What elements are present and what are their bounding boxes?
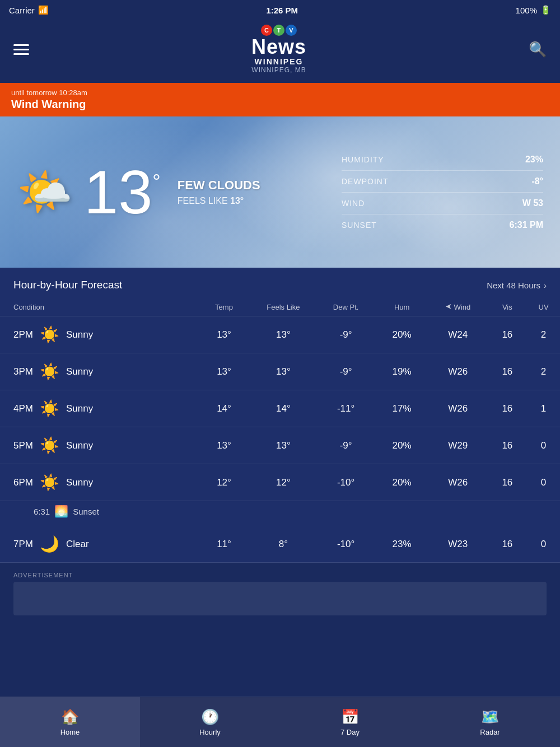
forecast-header: Hour-by-Hour Forecast Next 48 Hours › <box>0 268 560 298</box>
col-header-dew: Dew Pt. <box>316 298 376 316</box>
time-label: 3PM <box>13 366 33 377</box>
time-label: 6PM <box>13 477 33 488</box>
dew-cell: -10° <box>316 464 376 501</box>
hum-cell: 19% <box>376 353 428 390</box>
condition-cell: 4PM ☀️ Sunny <box>13 399 198 418</box>
condition-name: Sunny <box>66 477 93 488</box>
vis-cell: 16 <box>488 464 528 501</box>
city-label: WINNIPEG <box>255 57 304 66</box>
col-header-vis: Vis <box>488 298 528 316</box>
nav-item-7day[interactable]: 📅 7 Day <box>280 697 420 747</box>
ctv-logo: C T V <box>261 25 297 36</box>
condition-name: Sunny <box>66 366 93 377</box>
dew-cell: -11° <box>316 390 376 427</box>
hum-cell: 20% <box>376 427 428 464</box>
sunset-time: 6:31 <box>34 507 50 516</box>
sunset-info: 6:31 🌅 Sunset <box>0 505 560 518</box>
feels-cell: 14° <box>250 390 316 427</box>
uv-cell: 2 <box>527 316 560 353</box>
time-cell: 3PM ☀️ Sunny <box>0 353 198 390</box>
time-label: 7PM <box>13 539 33 550</box>
hum-cell: 23% <box>376 526 428 563</box>
ad-label: ADVERTISEMENT <box>13 572 547 578</box>
condition-name: Sunny <box>66 403 93 414</box>
wind-cell: W24 <box>428 316 488 353</box>
news-label: News <box>251 37 306 57</box>
warning-title: Wind Warning <box>11 98 549 111</box>
row-weather-icon: ☀️ <box>40 473 59 492</box>
time-cell: 6PM ☀️ Sunny <box>0 464 198 501</box>
time-cell: 2PM ☀️ Sunny <box>0 316 198 353</box>
table-row: 6PM ☀️ Sunny 12° 12° -10° 20% W26 16 0 <box>0 464 560 501</box>
condition-cell: 2PM ☀️ Sunny <box>13 325 198 344</box>
ctv-c-icon: C <box>261 25 272 36</box>
table-row: 7PM 🌙 Clear 11° 8° -10° 23% W23 16 0 <box>0 526 560 563</box>
sunset-label: Sunset <box>73 507 99 516</box>
row-weather-icon: ☀️ <box>40 362 59 381</box>
status-bar: Carrier 📶 1:26 PM 100% 🔋 <box>0 0 560 20</box>
chevron-right-icon: › <box>544 281 547 290</box>
dew-cell: -9° <box>316 316 376 353</box>
col-header-hum: Hum <box>376 298 428 316</box>
row-weather-icon: ☀️ <box>40 399 59 418</box>
sunset-cell: 6:31 🌅 Sunset <box>0 501 560 526</box>
time-label: 5PM <box>13 440 33 451</box>
status-time: 1:26 PM <box>266 6 298 15</box>
ad-placeholder <box>13 582 547 615</box>
hourly-icon: 🕐 <box>201 708 219 726</box>
condition-cell: 7PM 🌙 Clear <box>13 535 198 553</box>
forecast-title: Hour-by-Hour Forecast <box>13 279 122 291</box>
nav-item-radar[interactable]: 🗺️ Radar <box>420 697 560 747</box>
wind-cell: W29 <box>428 427 488 464</box>
dew-cell: -9° <box>316 353 376 390</box>
time-label: 4PM <box>13 403 33 414</box>
location-label: WINNIPEG, MB <box>251 66 306 74</box>
warning-banner[interactable]: until tomorrow 10:28am Wind Warning <box>0 83 560 116</box>
next-48-button[interactable]: Next 48 Hours › <box>487 281 547 290</box>
condition-cell: 3PM ☀️ Sunny <box>13 362 198 381</box>
status-battery: 100% 🔋 <box>516 5 551 15</box>
row-weather-icon: ☀️ <box>40 436 59 455</box>
row-weather-icon: 🌙 <box>40 535 59 553</box>
menu-button[interactable] <box>13 44 29 55</box>
condition-name: Sunny <box>66 329 93 340</box>
uv-cell: 0 <box>527 526 560 563</box>
col-header-wind: ➤ Wind <box>428 298 488 316</box>
time-label: 2PM <box>13 329 33 340</box>
ctv-v-icon: V <box>286 25 297 36</box>
feels-cell: 12° <box>250 464 316 501</box>
table-row: 5PM ☀️ Sunny 13° 13° -9° 20% W29 16 0 <box>0 427 560 464</box>
advertisement-section: ADVERTISEMENT <box>0 563 560 620</box>
condition-name: Sunny <box>66 440 93 451</box>
warning-subtitle: until tomorrow 10:28am <box>11 88 549 97</box>
next-48-label: Next 48 Hours <box>487 281 540 290</box>
uv-cell: 0 <box>527 427 560 464</box>
vis-cell: 16 <box>488 316 528 353</box>
vis-cell: 16 <box>488 390 528 427</box>
temp-cell: 14° <box>198 390 250 427</box>
weather-hero: 🌤️ 13 ° FEW CLOUDS FEELS LIKE 13° HUMIDI… <box>0 116 560 268</box>
search-button[interactable]: 🔍 <box>529 41 547 58</box>
cloud-background <box>0 116 560 268</box>
nav-hourly-label: Hourly <box>199 728 221 736</box>
nav-item-home[interactable]: 🏠 Home <box>0 697 140 747</box>
sunset-row: 6:31 🌅 Sunset <box>0 501 560 526</box>
time-cell: 5PM ☀️ Sunny <box>0 427 198 464</box>
feels-cell: 13° <box>250 427 316 464</box>
7day-icon: 📅 <box>341 708 359 726</box>
ctv-t-icon: T <box>273 25 284 36</box>
hum-cell: 20% <box>376 464 428 501</box>
current-weather-icon: 🌤️ <box>17 166 73 218</box>
wind-cell: W26 <box>428 390 488 427</box>
nav-radar-label: Radar <box>480 728 500 736</box>
table-header-row: Condition Temp Feels Like Dew Pt. Hum ➤ … <box>0 298 560 316</box>
feels-cell: 13° <box>250 353 316 390</box>
feels-cell: 8° <box>250 526 316 563</box>
dew-cell: -9° <box>316 427 376 464</box>
condition-name: Clear <box>66 539 89 550</box>
hum-cell: 20% <box>376 316 428 353</box>
temp-cell: 13° <box>198 353 250 390</box>
nav-item-hourly[interactable]: 🕐 Hourly <box>140 697 280 747</box>
col-header-feels: Feels Like <box>250 298 316 316</box>
feels-cell: 13° <box>250 316 316 353</box>
